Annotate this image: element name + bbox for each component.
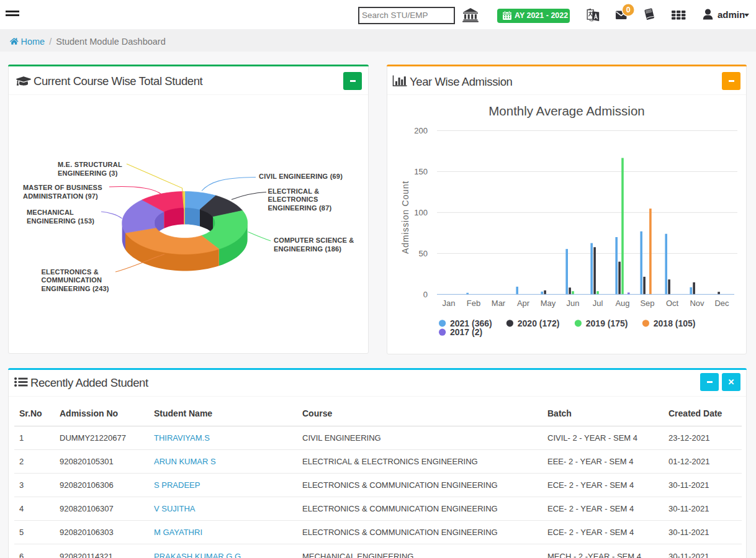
svg-text:2017 (2): 2017 (2) [450, 327, 482, 337]
svg-text:Apr: Apr [517, 299, 530, 308]
svg-text:2018 (105): 2018 (105) [654, 318, 696, 328]
svg-text:Jul: Jul [593, 299, 603, 308]
svg-text:Jan: Jan [443, 299, 456, 308]
svg-text:150: 150 [414, 167, 428, 176]
svg-text:200: 200 [414, 126, 428, 135]
svg-text:Monthly Average Admission: Monthly Average Admission [488, 104, 644, 118]
svg-text:Dec: Dec [714, 299, 729, 308]
svg-text:Jun: Jun [567, 299, 580, 308]
svg-text:2020 (172): 2020 (172) [518, 318, 560, 328]
svg-text:Aug: Aug [615, 299, 629, 308]
svg-text:May: May [541, 299, 556, 308]
svg-text:2019 (175): 2019 (175) [586, 318, 628, 328]
svg-text:Sep: Sep [640, 299, 654, 308]
svg-text:0: 0 [423, 290, 428, 299]
svg-text:Oct: Oct [666, 299, 679, 308]
svg-text:Feb: Feb [467, 299, 480, 308]
svg-text:Mar: Mar [492, 299, 506, 308]
svg-text:100: 100 [414, 208, 428, 217]
svg-text:Nov: Nov [690, 299, 704, 308]
svg-text:50: 50 [419, 249, 428, 258]
svg-text:0: 0 [626, 6, 631, 14]
svg-text:Admission Count: Admission Count [400, 181, 410, 254]
